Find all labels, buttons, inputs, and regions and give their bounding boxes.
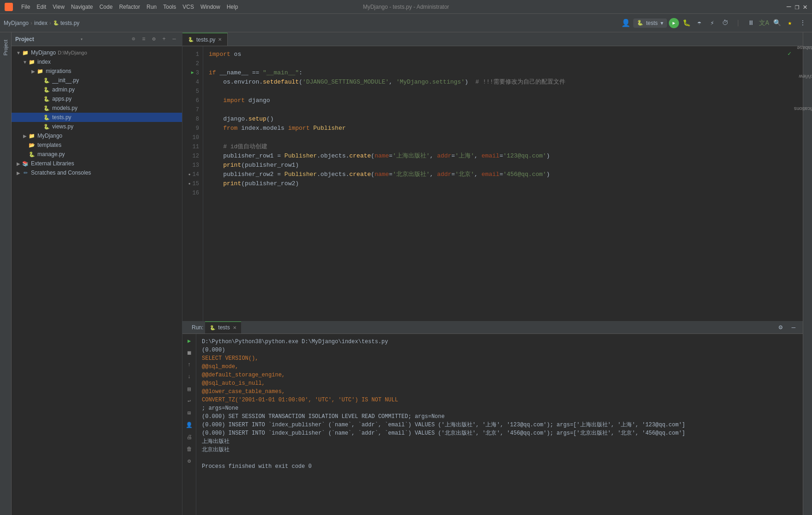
tree-item-scratches[interactable]: ▶ ✏ Scratches and Consoles (12, 168, 182, 177)
menu-view[interactable]: View (50, 3, 67, 11)
menu-vcs[interactable]: VCS (180, 3, 197, 11)
line-num-6: 6 (182, 96, 199, 105)
tree-item-tests[interactable]: 🐍 tests.py (12, 113, 182, 122)
code-area: 1 2 ▶3 4 5 6 7 8 9 10 11 12 13 ●14 ●15 1… (182, 46, 803, 321)
search-icon[interactable]: 🔍 (771, 18, 782, 29)
code-line-15: print(publisher_row2) (209, 179, 797, 188)
tree-item-mydjango-sub[interactable]: ▶ 📁 MyDjango (12, 131, 182, 140)
notifications-tab[interactable]: Notifications (789, 106, 812, 112)
menu-help[interactable]: Help (224, 3, 241, 11)
more-icon[interactable]: ⋮ (797, 18, 808, 29)
coverage-button[interactable]: ☂ (694, 18, 705, 29)
separator: | (733, 18, 744, 29)
rerun-button[interactable]: ▶ (184, 336, 194, 346)
editor-area: 🐍 tests.py ✕ 1 2 ▶3 4 5 6 7 8 9 10 (182, 32, 803, 515)
menu-refactor[interactable]: Refactor (116, 3, 143, 11)
line-num-11: 11 (182, 142, 199, 151)
account-icon[interactable]: 👤 (620, 18, 631, 29)
line-num-12: 12 (182, 151, 199, 161)
settings-icon[interactable]: ★ (784, 18, 795, 29)
translate-icon[interactable]: 文A (758, 18, 770, 29)
tab-close-icon[interactable]: ✕ (218, 37, 222, 42)
sciview-tab[interactable]: SciView (794, 74, 812, 80)
run-tab-close-icon[interactable]: ✕ (233, 325, 236, 330)
line-num-16: 16 (182, 188, 199, 198)
console-settings-icon[interactable]: ⚙ (775, 322, 786, 333)
line-num-3: ▶3 (182, 68, 199, 78)
folder-icon-root: 📁 (22, 49, 29, 56)
pause-button[interactable]: ⏸ (745, 18, 757, 29)
py-icon-tests: 🐍 (43, 114, 50, 121)
star-button[interactable]: ⚙ (184, 456, 194, 466)
tree-item-admin[interactable]: 🐍 admin.py (12, 85, 182, 94)
console-line-12: (0.000) INSERT INTO `index_publisher` (`… (202, 429, 797, 437)
run-config-dropdown-icon[interactable]: ▾ (661, 20, 663, 26)
menu-window[interactable]: Window (198, 3, 223, 11)
tree-item-init[interactable]: 🐍 __init__.py (12, 76, 182, 85)
scroll-down-button[interactable]: ↓ (184, 372, 194, 382)
panel-expand-icon[interactable]: + (160, 35, 168, 43)
menu-run[interactable]: Run (144, 3, 159, 11)
print-button[interactable]: 🖨 (184, 432, 194, 442)
tree-item-manage[interactable]: 🐍 manage.py (12, 150, 182, 159)
tree-arrow-scratches: ▶ (15, 170, 22, 176)
code-line-6: import django (209, 96, 797, 105)
tree-label-init: __init__.py (52, 77, 79, 84)
console-line-13: 上海出版社 (202, 437, 797, 446)
debug-button[interactable]: 🐛 (681, 18, 692, 29)
tree-item-views[interactable]: 🐍 views.py (12, 122, 182, 131)
profile-button[interactable]: ⚡ (707, 18, 718, 29)
editor-tab-tests[interactable]: 🐍 tests.py ✕ (182, 33, 228, 46)
panel-hide-icon[interactable]: — (170, 35, 178, 43)
tree-label-views: views.py (52, 123, 73, 130)
filter-button[interactable]: ▤ (184, 384, 194, 394)
pin-button[interactable]: 👤 (184, 420, 194, 430)
tab-icon: 🐍 (188, 37, 194, 42)
tree-item-apps[interactable]: 🐍 apps.py (12, 94, 182, 103)
console-line-3: SELECT VERSION(), (202, 354, 797, 363)
tree-item-migrations[interactable]: ▶ 📁 migrations (12, 67, 182, 76)
run-tab-tests[interactable]: 🐍 tests ✕ (205, 321, 241, 333)
minimize-button[interactable]: — (787, 3, 791, 11)
titlebar: File Edit View Navigate Code Refactor Ru… (0, 0, 812, 14)
breadcrumb-project[interactable]: MyDjango (4, 20, 29, 26)
panel-locate-icon[interactable]: ⊙ (129, 35, 138, 43)
close-button[interactable]: ✕ (803, 2, 807, 12)
line-num-9: 9 (182, 124, 199, 133)
stop-button[interactable]: ⏹ (184, 348, 194, 358)
maximize-button[interactable]: ❐ (795, 2, 800, 12)
timer-icon[interactable]: ⏱ (720, 18, 731, 29)
database-tab[interactable]: Database (792, 45, 812, 51)
tree-arrow-root: ▼ (15, 50, 22, 55)
menu-edit[interactable]: Edit (34, 3, 49, 11)
window-title: MyDjango - tests.py - Administrator (363, 4, 449, 10)
right-sidebar: Database SciView Notifications (803, 32, 812, 515)
tree-item-external-libs[interactable]: ▶ 📚 External Libraries (12, 159, 182, 168)
trash-button[interactable]: 🗑 (184, 444, 194, 454)
console-line-15: Process finished with exit code 0 (202, 462, 797, 471)
tree-label-index: index (37, 59, 51, 65)
tree-item-templates[interactable]: 📂 templates (12, 140, 182, 150)
breadcrumb-file[interactable]: 🐍 tests.py (53, 20, 79, 26)
code-line-9: from index.models import Publisher (209, 124, 797, 133)
tree-item-models[interactable]: 🐍 models.py (12, 103, 182, 113)
menu-bar[interactable]: File Edit View Navigate Code Refactor Ru… (18, 3, 241, 11)
tree-item-index[interactable]: ▼ 📁 index (12, 57, 182, 67)
panel-settings-icon[interactable]: ⚙ (150, 35, 158, 43)
wrap-button[interactable]: ↩ (184, 396, 194, 406)
panel-collapse-icon[interactable]: ≡ (139, 35, 148, 43)
menu-code[interactable]: Code (97, 3, 115, 11)
scroll-up-button[interactable]: ↑ (184, 360, 194, 370)
run-config[interactable]: 🐍 tests ▾ (633, 18, 667, 28)
file-panel-header: Project ▾ ⊙ ≡ ⚙ + — (12, 32, 182, 46)
console-close-icon[interactable]: — (788, 322, 799, 333)
run-button[interactable]: ▶ (669, 18, 679, 28)
menu-navigate[interactable]: Navigate (68, 3, 96, 11)
sort-button[interactable]: ⊞ (184, 408, 194, 418)
menu-tools[interactable]: Tools (160, 3, 179, 11)
breadcrumb-module[interactable]: index (34, 20, 48, 26)
code-content[interactable]: import os if __name__ == "__main__": os.… (203, 46, 803, 321)
tree-item-mydjango-root[interactable]: ▼ 📁 MyDjango D:\MyDjango (12, 48, 182, 57)
menu-file[interactable]: File (18, 3, 33, 11)
project-tab[interactable]: Project (1, 36, 10, 59)
